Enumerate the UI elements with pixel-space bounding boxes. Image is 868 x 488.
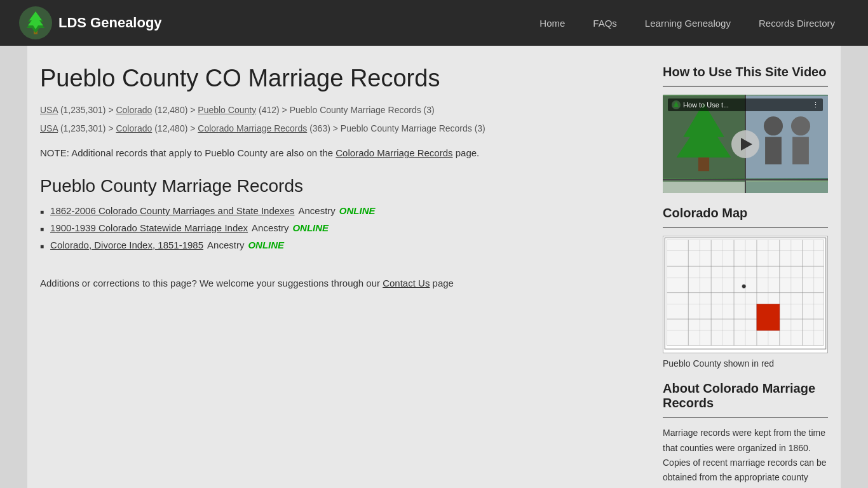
content-area: Pueblo County CO Marriage Records USA (1… xyxy=(27,46,841,488)
nav-links: Home FAQs Learning Genealogy Records Dir… xyxy=(526,1,849,45)
video-play-button[interactable] xyxy=(731,130,759,158)
records-section-title: Pueblo County Marriage Records xyxy=(40,176,644,196)
list-item: 1900-1939 Colorado Statewide Marriage In… xyxy=(40,222,644,233)
sidebar: How to Use This Site Video xyxy=(663,65,828,488)
records-list: 1862-2006 Colorado County Marriages and … xyxy=(40,205,644,250)
map-caption: Pueblo County shown in red xyxy=(663,358,828,369)
colorado-map xyxy=(663,236,828,353)
breadcrumb-1: USA (1,235,301) > Colorado (12,480) > Pu… xyxy=(40,104,644,117)
svg-rect-44 xyxy=(757,304,780,331)
logo-link[interactable]: LDS Genealogy xyxy=(19,6,162,39)
record-provider-2: Ancestry xyxy=(252,222,288,233)
record-provider-3: Ancestry xyxy=(207,240,244,250)
svg-point-43 xyxy=(742,284,746,288)
breadcrumb-usa-1[interactable]: USA xyxy=(40,105,58,115)
colorado-map-section: Colorado Map xyxy=(663,206,828,369)
nav-home[interactable]: Home xyxy=(526,1,579,45)
logo-text: LDS Genealogy xyxy=(58,15,162,31)
online-badge-1: ONLINE xyxy=(339,205,376,216)
online-badge-3: ONLINE xyxy=(248,240,284,250)
list-item: Colorado, Divorce Index, 1851-1985 Ances… xyxy=(40,240,644,250)
record-link-2[interactable]: 1900-1939 Colorado Statewide Marriage In… xyxy=(50,222,248,233)
video-section: How to Use This Site Video xyxy=(663,65,828,193)
record-provider-1: Ancestry xyxy=(298,205,335,216)
nav-learning-genealogy[interactable]: Learning Genealogy xyxy=(631,1,745,45)
about-text: Marriage records were kept from the time… xyxy=(663,426,828,488)
breadcrumb-pueblo-county[interactable]: Pueblo County xyxy=(198,105,256,115)
about-section-title: About Colorado Marriage Records xyxy=(663,381,828,410)
list-item: 1862-2006 Colorado County Marriages and … xyxy=(40,205,644,216)
logo-icon xyxy=(19,6,52,39)
main-content: Pueblo County CO Marriage Records USA (1… xyxy=(40,65,663,488)
play-triangle-icon xyxy=(741,138,752,151)
breadcrumb-co-marriage-records[interactable]: Colorado Marriage Records xyxy=(198,123,307,133)
nav-records-directory[interactable]: Records Directory xyxy=(745,1,849,45)
record-link-3[interactable]: Colorado, Divorce Index, 1851-1985 xyxy=(50,240,203,250)
about-section: About Colorado Marriage Records Marriage… xyxy=(663,381,828,488)
co-map-svg xyxy=(663,236,827,350)
video-title-text: How to Use t... xyxy=(683,101,729,109)
about-divider xyxy=(663,417,828,418)
breadcrumb-2: USA (1,235,301) > Colorado (12,480) > Co… xyxy=(40,122,644,135)
video-divider xyxy=(663,86,828,87)
record-link-1[interactable]: 1862-2006 Colorado County Marriages and … xyxy=(50,205,294,216)
map-section-title: Colorado Map xyxy=(663,206,828,220)
video-logo-icon xyxy=(672,100,681,109)
video-thumbnail[interactable]: How to Use t... ⋮ xyxy=(663,95,828,193)
breadcrumb-colorado-1[interactable]: Colorado xyxy=(116,105,152,115)
video-dots: ⋮ xyxy=(812,101,819,109)
nav-faqs[interactable]: FAQs xyxy=(579,1,631,45)
page-title: Pueblo County CO Marriage Records xyxy=(40,65,644,92)
map-divider xyxy=(663,227,828,228)
breadcrumb-colorado-2[interactable]: Colorado xyxy=(116,123,152,133)
online-badge-2: ONLINE xyxy=(292,222,329,233)
navbar: LDS Genealogy Home FAQs Learning Genealo… xyxy=(0,0,868,46)
additions-text: Additions or corrections to this page? W… xyxy=(40,276,644,291)
breadcrumb-usa-2[interactable]: USA xyxy=(40,123,58,133)
page-wrapper: Pueblo County CO Marriage Records USA (1… xyxy=(27,46,841,488)
video-section-title: How to Use This Site Video xyxy=(663,65,828,79)
video-title-bar: How to Use t... ⋮ xyxy=(668,98,823,111)
co-marriage-records-link[interactable]: Colorado Marriage Records xyxy=(336,147,452,158)
contact-us-link[interactable]: Contact Us xyxy=(383,278,430,288)
note-text: NOTE: Additional records that apply to P… xyxy=(40,146,644,161)
